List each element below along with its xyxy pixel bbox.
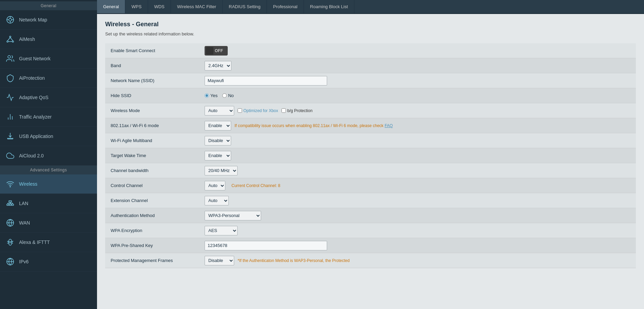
value-control-channel: Auto 1234 5678 91011 Current Control Cha… (200, 179, 636, 192)
hide-ssid-no-radio[interactable] (222, 93, 227, 98)
label-hide-ssid: Hide SSID (105, 90, 200, 101)
sidebar-item-guest-network[interactable]: Guest Network (0, 49, 97, 68)
band-select[interactable]: 2.4GHz 5GHz 6GHz (205, 61, 231, 71)
sidebar-advanced-section: Advanced Settings (0, 166, 97, 174)
wpa-key-input[interactable] (205, 241, 327, 250)
sidebar: General Network Map AiMesh (0, 0, 97, 309)
value-target-wake: Enable Disable (200, 149, 636, 163)
value-extension-channel: Auto Above Below (200, 194, 636, 207)
wifi6-faq-link[interactable]: FAQ (385, 123, 393, 128)
sidebar-label-wireless: Wireless (19, 181, 37, 187)
tab-general[interactable]: General (97, 0, 125, 13)
label-control-channel: Control Channel (105, 180, 200, 191)
sidebar-label-alexa-ifttt: Alexa & IFTTT (19, 240, 50, 245)
sidebar-item-aicloud[interactable]: AiCloud 2.0 (0, 146, 97, 166)
tab-wds[interactable]: WDS (148, 0, 171, 13)
sidebar-label-aiprotection: AiProtection (19, 75, 45, 81)
value-wireless-mode: Auto N only B/G/N AC/N AX/AC/N Optimized… (200, 104, 636, 118)
svg-point-6 (10, 36, 11, 37)
tab-radius-setting[interactable]: RADIUS Setting (223, 0, 267, 13)
sidebar-item-lan[interactable]: LAN (0, 194, 97, 213)
sidebar-item-adaptive-qos[interactable]: Adaptive QoS (0, 88, 97, 107)
multiband-select[interactable]: Disable Enable (205, 136, 231, 145)
wireless-mode-select[interactable]: Auto N only B/G/N AC/N AX/AC/N (205, 106, 234, 115)
sidebar-item-wireless[interactable]: Wireless (0, 174, 97, 194)
hide-ssid-radio-group: Yes No (205, 93, 234, 98)
label-multiband: Wi-Fi Agile Multiband (105, 135, 200, 146)
sidebar-item-aimesh[interactable]: AiMesh (0, 30, 97, 49)
hide-ssid-no-option[interactable]: No (222, 93, 234, 98)
svg-point-16 (10, 186, 11, 187)
wifi6-select[interactable]: Enable Disable (205, 121, 231, 130)
sidebar-item-usb-application[interactable]: USB Application (0, 127, 97, 146)
optimized-xbox-checkbox[interactable] (238, 108, 242, 113)
sidebar-item-traffic-analyzer[interactable]: Traffic Analyzer (0, 107, 97, 127)
row-control-channel: Control Channel Auto 1234 5678 91011 Cur… (105, 178, 636, 193)
auth-method-select[interactable]: Open System WPA2-Personal WPA3-Personal … (205, 211, 261, 220)
usb-application-icon (5, 132, 15, 141)
value-auth-method: Open System WPA2-Personal WPA3-Personal … (200, 209, 636, 222)
hide-ssid-yes-radio[interactable] (205, 93, 209, 98)
sidebar-item-wan[interactable]: WAN (0, 213, 97, 233)
tab-roaming-block-list[interactable]: Roaming Block List (304, 0, 354, 13)
row-wifi6: 802.11ax / Wi-Fi 6 mode Enable Disable I… (105, 118, 636, 133)
sidebar-general-section: General (0, 1, 97, 10)
label-wireless-mode: Wireless Mode (105, 105, 200, 116)
label-target-wake: Target Wake Time (105, 150, 200, 161)
sidebar-item-ipv6[interactable]: IPv6 (0, 252, 97, 272)
content-inner: Wireless - General Set up the wireless r… (97, 14, 644, 309)
network-map-icon (5, 15, 15, 25)
target-wake-select[interactable]: Enable Disable (205, 151, 231, 160)
row-wpa-enc: WPA Encryption AES TKIP TKIP+AES (105, 223, 636, 238)
sidebar-label-traffic-analyzer: Traffic Analyzer (19, 114, 52, 120)
row-wpa-key: WPA Pre-Shared Key (105, 238, 636, 253)
hide-ssid-yes-option[interactable]: Yes (205, 93, 218, 98)
channel-bw-select[interactable]: 20 MHz 20/40 MHz 40 MHz (205, 166, 238, 175)
bg-protection-option[interactable]: b/g Protection (281, 108, 312, 113)
tab-professional[interactable]: Professional (267, 0, 304, 13)
tab-wireless-mac-filter[interactable]: Wireless MAC Filter (171, 0, 223, 13)
svg-point-8 (12, 41, 14, 42)
value-smart-connect: OFF (200, 44, 636, 58)
value-wifi6: Enable Disable If compatibility issue oc… (200, 119, 636, 133)
page-subtitle: Set up the wireless related information … (105, 31, 636, 36)
adaptive-qos-icon (5, 93, 15, 102)
label-wifi6: 802.11ax / Wi-Fi 6 mode (105, 120, 200, 131)
tab-bar: General WPS WDS Wireless MAC Filter RADI… (97, 0, 644, 14)
label-wpa-key: WPA Pre-Shared Key (105, 240, 200, 251)
sidebar-label-aimesh: AiMesh (19, 36, 35, 42)
tab-wps[interactable]: WPS (125, 0, 148, 13)
row-hide-ssid: Hide SSID Yes No (105, 88, 636, 103)
sidebar-label-network-map: Network Map (19, 17, 47, 22)
extension-channel-select[interactable]: Auto Above Below (205, 196, 229, 205)
label-auth-method: Authentication Method (105, 210, 200, 221)
row-ssid: Network Name (SSID) (105, 73, 636, 88)
main-content: General WPS WDS Wireless MAC Filter RADI… (97, 0, 644, 309)
hide-ssid-yes-label: Yes (210, 93, 218, 98)
bg-protection-checkbox[interactable] (281, 108, 286, 113)
wpa-enc-select[interactable]: AES TKIP TKIP+AES (205, 226, 238, 235)
label-wpa-enc: WPA Encryption (105, 225, 200, 236)
content-area: Wireless - General Set up the wireless r… (97, 14, 644, 309)
ssid-input[interactable] (205, 76, 327, 86)
control-channel-select[interactable]: Auto 1234 5678 91011 (205, 181, 225, 190)
row-channel-bw: Channel bandwidth 20 MHz 20/40 MHz 40 MH… (105, 163, 636, 178)
guest-network-icon (5, 54, 15, 63)
value-ssid (200, 74, 636, 88)
value-wpa-key (200, 239, 636, 252)
row-extension-channel: Extension Channel Auto Above Below (105, 193, 636, 208)
sidebar-item-aiprotection[interactable]: AiProtection (0, 68, 97, 88)
sidebar-label-usb-application: USB Application (19, 134, 53, 139)
label-smart-connect: Enable Smart Connect (105, 45, 200, 56)
wifi6-warning-text: If compatibility issue occurs when enabl… (235, 123, 393, 128)
pmf-select[interactable]: Disable Capable Required (205, 256, 234, 265)
value-channel-bw: 20 MHz 20/40 MHz 40 MHz (200, 164, 636, 177)
wan-icon (5, 218, 15, 228)
sidebar-item-network-map[interactable]: Network Map (0, 10, 97, 30)
optimized-xbox-option[interactable]: Optimized for Xbox (238, 108, 278, 113)
smart-connect-toggle[interactable]: OFF (205, 46, 228, 56)
label-band: Band (105, 60, 200, 71)
sidebar-item-alexa-ifttt[interactable]: Alexa & IFTTT (0, 233, 97, 252)
label-ssid: Network Name (SSID) (105, 75, 200, 86)
svg-rect-19 (12, 204, 14, 205)
